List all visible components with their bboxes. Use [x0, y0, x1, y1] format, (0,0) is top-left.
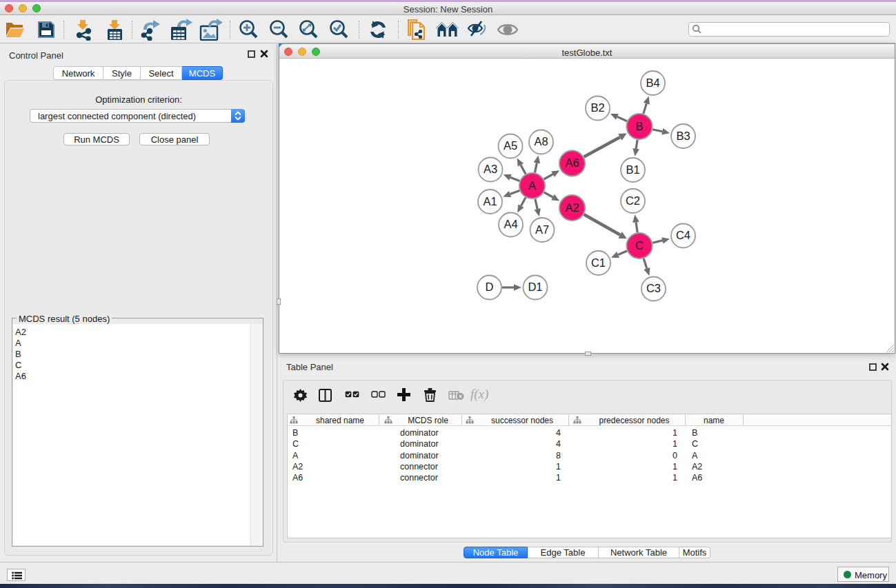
svg-text:B: B	[635, 120, 643, 132]
svg-text:B1: B1	[626, 163, 639, 176]
svg-text:B3: B3	[676, 130, 690, 142]
svg-text:A2: A2	[565, 201, 579, 214]
svg-text:A4: A4	[504, 218, 517, 230]
svg-text:C2: C2	[626, 194, 640, 207]
svg-text:A5: A5	[504, 139, 517, 152]
svg-text:A6: A6	[565, 156, 579, 169]
svg-text:C4: C4	[676, 229, 690, 241]
svg-text:D: D	[486, 281, 494, 293]
svg-text:A8: A8	[534, 135, 548, 148]
svg-text:B2: B2	[590, 101, 604, 114]
svg-text:B4: B4	[646, 77, 659, 89]
svg-text:D1: D1	[528, 281, 542, 293]
svg-text:C1: C1	[591, 256, 606, 269]
svg-text:C3: C3	[646, 282, 661, 294]
svg-text:A: A	[528, 179, 536, 192]
svg-text:C: C	[635, 239, 644, 252]
svg-text:A3: A3	[484, 163, 497, 175]
svg-text:A1: A1	[483, 195, 497, 207]
svg-text:A7: A7	[535, 223, 549, 236]
